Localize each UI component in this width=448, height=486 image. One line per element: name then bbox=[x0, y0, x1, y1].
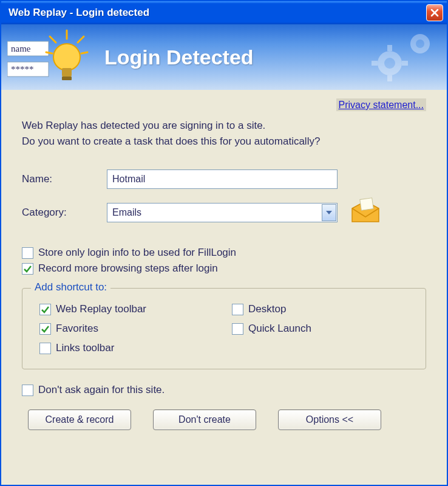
shortcut-toolbar-checkbox[interactable]: Web Replay toolbar bbox=[39, 303, 220, 315]
shortcut-legend: Add shortcut to: bbox=[31, 281, 110, 293]
privacy-statement-link[interactable]: Privacy statement... bbox=[336, 98, 427, 111]
dont-ask-label: Don't ask again for this site. bbox=[38, 384, 165, 396]
shortcut-favorites-checkbox[interactable]: Favorites bbox=[39, 323, 220, 335]
sample-password-text: ***** bbox=[11, 64, 34, 74]
message-line1: Web Replay has detected you are signing … bbox=[22, 120, 265, 131]
titlebar: Web Replay - Login detected bbox=[1, 1, 447, 24]
svg-line-7 bbox=[78, 36, 84, 43]
login-illustration: name ***** bbox=[7, 28, 98, 90]
envelope-icon bbox=[350, 197, 381, 227]
svg-point-11 bbox=[384, 58, 395, 69]
shortcut-desktop-checkbox[interactable]: Desktop bbox=[232, 303, 412, 315]
dont-ask-checkbox[interactable]: Don't ask again for this site. bbox=[22, 384, 426, 396]
store-only-label: Store only login info to be used for Fil… bbox=[38, 247, 236, 259]
checkbox-box bbox=[22, 247, 33, 259]
svg-rect-4 bbox=[62, 77, 72, 80]
svg-point-2 bbox=[53, 44, 80, 70]
shortcut-label: Quick Launch bbox=[248, 323, 311, 335]
shortcut-links-checkbox[interactable]: Links toolbar bbox=[39, 342, 220, 354]
shortcut-label: Desktop bbox=[248, 303, 286, 315]
close-button[interactable] bbox=[426, 4, 443, 21]
shortcut-quicklaunch-checkbox[interactable]: Quick Launch bbox=[232, 323, 412, 335]
checkbox-box bbox=[22, 263, 33, 275]
record-more-checkbox[interactable]: Record more browsing steps after login bbox=[22, 262, 426, 275]
svg-line-8 bbox=[46, 52, 52, 53]
shortcut-label: Links toolbar bbox=[56, 342, 114, 354]
svg-rect-3 bbox=[62, 68, 72, 77]
category-value: Emails bbox=[107, 207, 321, 218]
options-button[interactable]: Options << bbox=[278, 409, 381, 430]
chevron-down-icon bbox=[326, 211, 332, 214]
record-more-label: Record more browsing steps after login bbox=[38, 262, 218, 275]
dropdown-button[interactable] bbox=[322, 204, 336, 221]
svg-rect-18 bbox=[360, 198, 373, 211]
checkbox-box bbox=[232, 323, 243, 335]
shortcut-label: Web Replay toolbar bbox=[56, 303, 146, 315]
svg-rect-14 bbox=[372, 61, 378, 66]
sample-name-text: name bbox=[11, 44, 31, 53]
gears-decoration bbox=[365, 27, 444, 89]
svg-point-17 bbox=[416, 39, 424, 48]
window-title: Web Replay - Login detected bbox=[8, 7, 426, 19]
svg-rect-13 bbox=[387, 75, 392, 81]
shortcut-fieldset: Add shortcut to: Web Replay toolbar Desk… bbox=[22, 288, 426, 369]
checkbox-box bbox=[39, 304, 51, 315]
name-label: Name: bbox=[22, 173, 107, 185]
create-record-button[interactable]: Create & record bbox=[28, 409, 131, 430]
content-area: Privacy statement... Web Replay has dete… bbox=[1, 90, 447, 436]
checkbox-box bbox=[39, 343, 51, 354]
checkbox-box bbox=[39, 323, 51, 335]
shortcut-label: Favorites bbox=[56, 323, 98, 335]
dont-create-button[interactable]: Don't create bbox=[153, 409, 256, 430]
close-icon bbox=[430, 9, 439, 17]
checkbox-box bbox=[22, 385, 33, 396]
message-line2: Do you want to create a task that does t… bbox=[22, 135, 320, 147]
svg-rect-15 bbox=[402, 61, 408, 66]
message-text: Web Replay has detected you are signing … bbox=[22, 118, 426, 149]
name-input[interactable] bbox=[107, 169, 338, 189]
checkbox-box bbox=[232, 304, 243, 315]
svg-rect-12 bbox=[387, 45, 392, 51]
store-only-checkbox[interactable]: Store only login info to be used for Fil… bbox=[22, 247, 426, 259]
lightbulb-icon bbox=[46, 30, 87, 80]
banner-title: Login Detected bbox=[104, 46, 254, 69]
banner: name ***** bbox=[1, 24, 447, 90]
svg-line-6 bbox=[50, 36, 56, 43]
svg-line-9 bbox=[81, 52, 87, 53]
dialog-window: Web Replay - Login detected name ***** bbox=[0, 0, 448, 486]
category-select[interactable]: Emails bbox=[107, 203, 338, 222]
category-label: Category: bbox=[22, 207, 107, 219]
